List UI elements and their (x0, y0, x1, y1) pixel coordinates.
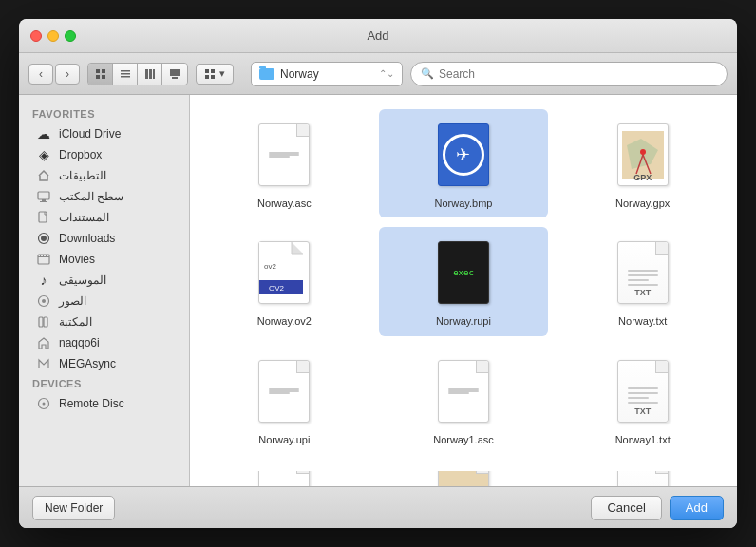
file-item[interactable]: Norway1.asc (379, 346, 549, 454)
sidebar-label-desktop: سطح المكتب (59, 190, 123, 203)
view-icon-button[interactable] (88, 64, 113, 85)
sidebar-label-megasync: MEGAsync (59, 357, 116, 370)
desktop-icon (36, 189, 51, 204)
minimize-button[interactable] (47, 30, 59, 42)
close-button[interactable] (30, 30, 42, 42)
view-columns-button[interactable] (138, 64, 162, 85)
back-button[interactable]: ‹ (28, 64, 53, 85)
sidebar-label-remotedisc: Remote Disc (59, 397, 124, 410)
favorites-header: Favorites (19, 104, 189, 123)
sidebar-label-music: الموسيقى (59, 274, 106, 287)
sidebar-label-photos: الصور (59, 294, 86, 308)
sidebar-item-megasync[interactable]: MEGAsync (23, 353, 185, 374)
file-item[interactable] (379, 463, 549, 486)
view-cover-button[interactable] (162, 64, 187, 85)
svg-rect-19 (39, 212, 47, 222)
file-thumbnail (251, 471, 317, 486)
file-item[interactable]: exec Norway.rupi (379, 227, 549, 335)
file-name: Norway.rupi (436, 314, 491, 328)
sidebar-item-remotedisc[interactable]: Remote Disc (23, 393, 185, 414)
doc-line (628, 402, 658, 404)
sidebar-label-downloads: Downloads (59, 232, 115, 245)
search-input[interactable] (439, 67, 717, 81)
file-thumbnail: TXT (610, 353, 676, 429)
sidebar: Favorites ☁ iCloud Drive ◈ Dropbox التطب… (19, 95, 190, 486)
file-item[interactable]: Norway.upi (199, 346, 369, 454)
new-folder-button[interactable]: New Folder (32, 496, 115, 520)
txt-icon: TXT (617, 241, 669, 304)
file-thumbnail: ✈ (430, 117, 497, 193)
file-item[interactable] (558, 463, 728, 486)
file-item[interactable] (199, 463, 369, 486)
svg-point-34 (640, 149, 646, 155)
rupi-text: exec (453, 268, 474, 277)
file-thumbnail: ov2 OV2 (251, 235, 317, 311)
svg-rect-4 (121, 70, 130, 72)
cancel-button[interactable]: Cancel (591, 496, 661, 520)
doc-lines (269, 388, 299, 394)
search-bar[interactable]: 🔍 (410, 62, 728, 86)
file-item[interactable]: GPX Norway.gpx (558, 109, 728, 217)
file-item[interactable]: Norway.asc (199, 109, 369, 217)
sidebar-item-downloads[interactable]: Downloads (23, 228, 185, 249)
sidebar-item-movies[interactable]: Movies (23, 249, 185, 270)
file-item[interactable]: ✈ Norway.bmp (379, 109, 549, 217)
svg-point-28 (42, 299, 46, 303)
apps-icon (36, 168, 51, 183)
file-item[interactable]: ov2 OV2 Norway.ov2 (199, 227, 369, 335)
txt-icon-partial (617, 471, 669, 486)
file-item[interactable]: TXT Norway.txt (558, 227, 728, 335)
file-name: Norway.bmp (435, 197, 493, 210)
sidebar-item-apps[interactable]: التطبيقات (23, 165, 185, 186)
bmp-icon: ✈ (438, 123, 489, 186)
txt-icon: TXT (617, 360, 669, 423)
window-title: Add (367, 28, 388, 43)
maximize-button[interactable] (65, 30, 76, 42)
file-name: Norway1.asc (433, 433, 494, 446)
svg-rect-25 (43, 255, 44, 256)
gpx-map (622, 131, 664, 179)
content-area: Favorites ☁ iCloud Drive ◈ Dropbox التطب… (19, 95, 737, 486)
svg-rect-7 (145, 69, 148, 79)
path-bar[interactable]: Norway ⌃⌄ (251, 62, 403, 86)
sidebar-item-icloud[interactable]: ☁ iCloud Drive (23, 123, 185, 144)
doc-icon (258, 360, 310, 423)
svg-rect-13 (211, 69, 215, 73)
bmp-inner-circle: ✈ (443, 134, 484, 176)
add-button[interactable]: Add (670, 496, 724, 520)
naqqo6i-icon (36, 335, 51, 350)
svg-rect-1 (102, 69, 105, 73)
doc-line (269, 156, 290, 158)
sidebar-item-library[interactable]: المكتبة (23, 311, 185, 332)
devices-header: Devices (19, 374, 189, 393)
svg-point-21 (41, 236, 47, 241)
footer: New Folder Cancel Add (19, 486, 737, 528)
svg-rect-15 (211, 75, 215, 79)
doc-icon (258, 123, 310, 186)
svg-rect-29 (39, 317, 43, 327)
sidebar-item-music[interactable]: ♪ الموسيقى (23, 270, 185, 291)
svg-rect-17 (42, 199, 46, 201)
svg-rect-0 (96, 69, 100, 73)
arrange-chevron: ▾ (219, 67, 225, 80)
icloud-icon: ☁ (36, 126, 51, 141)
sidebar-label-icloud: iCloud Drive (59, 127, 121, 141)
folder-icon (259, 68, 274, 80)
sidebar-item-dropbox[interactable]: ◈ Dropbox (23, 144, 185, 165)
sidebar-item-naqqo6i[interactable]: naqqo6i (23, 332, 185, 353)
view-list-button[interactable] (113, 64, 138, 85)
file-item[interactable]: TXT Norway1.txt (558, 346, 728, 454)
sidebar-label-naqqo6i: naqqo6i (59, 336, 100, 349)
file-name: Norway1.txt (615, 433, 671, 446)
arrange-button[interactable]: ▾ (196, 64, 234, 85)
forward-button[interactable]: › (55, 64, 80, 85)
titlebar: Add (19, 19, 737, 53)
sidebar-item-desktop[interactable]: سطح المكتب (23, 186, 185, 207)
svg-rect-11 (172, 77, 178, 79)
sidebar-item-photos[interactable]: الصور (23, 291, 185, 311)
movies-icon (36, 252, 51, 267)
file-thumbnail (251, 353, 317, 429)
doc-line (628, 387, 658, 389)
file-name: Norway.gpx (615, 197, 670, 210)
sidebar-item-docs[interactable]: المستندات (23, 207, 185, 228)
